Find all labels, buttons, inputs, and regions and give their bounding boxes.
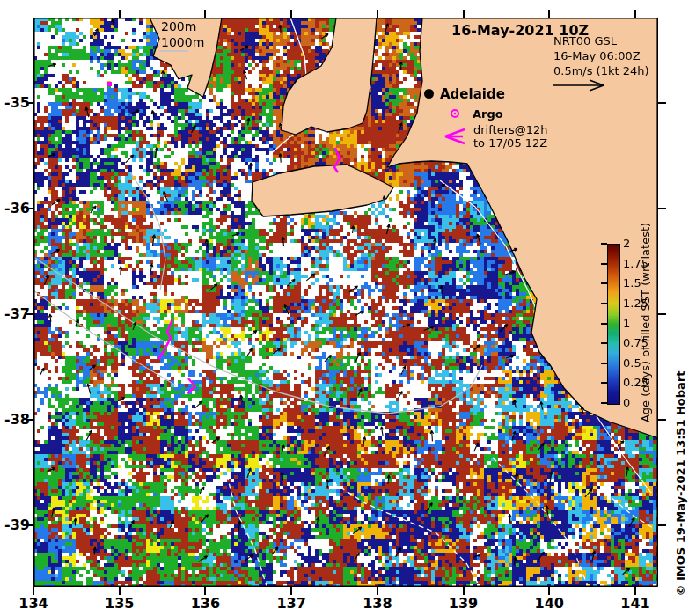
y-tick-label: -35 <box>0 94 30 111</box>
tick-mark <box>658 524 666 526</box>
model-label: NRT00 GSL <box>553 33 649 48</box>
tick-mark <box>658 313 666 315</box>
tick-mark <box>463 587 465 595</box>
colorbar-tick-mark <box>601 382 607 384</box>
tick-mark <box>658 419 666 421</box>
y-tick-label: -39 <box>0 517 30 533</box>
tick-mark <box>204 10 206 18</box>
colorbar-tick-mark <box>601 303 607 304</box>
tick-mark <box>290 10 292 18</box>
colorbar-tick-mark <box>601 243 607 245</box>
argo-marker-icon <box>449 107 463 121</box>
colorbar-tick-mark <box>601 342 607 344</box>
depth-legend: 200m 1000m <box>161 18 204 50</box>
colorbar-tick-mark <box>601 363 607 364</box>
x-tick-label: 134 <box>16 595 51 612</box>
drifters-line1: drifters@12h <box>473 123 548 136</box>
drifter-arrow-icon <box>440 126 470 147</box>
colorbar-tick-mark <box>601 263 607 265</box>
tick-mark <box>548 587 550 595</box>
drifters-legend: drifters@12h to 17/05 12Z <box>473 123 548 150</box>
colorbar-tick-label: 0 <box>623 396 630 409</box>
colorbar-tick-mark <box>601 402 607 404</box>
drifters-line2: to 17/05 12Z <box>473 136 548 150</box>
argo-label: Argo <box>473 107 503 121</box>
x-tick-label: 135 <box>102 595 137 612</box>
adelaide-dot-icon <box>424 89 434 99</box>
forecast-info: NRT00 GSL 16-May 06:00Z 0.5m/s (1kt 24h) <box>553 33 649 78</box>
tick-mark <box>377 587 378 595</box>
depth-1000m-label: 1000m <box>161 34 204 50</box>
tick-mark <box>634 10 636 18</box>
tick-mark <box>634 587 636 595</box>
x-tick-label: 137 <box>274 595 309 612</box>
x-tick-label: 139 <box>446 595 481 612</box>
y-tick-label: -38 <box>0 411 30 428</box>
colorbar-axis-label: Age (days) of filled SST (wrt latest) <box>639 209 652 437</box>
sst-age-map-canvas <box>33 18 658 587</box>
x-tick-label: 136 <box>187 595 223 612</box>
x-tick-label: 140 <box>531 595 567 612</box>
x-tick-label: 141 <box>618 595 653 612</box>
tick-mark <box>204 587 206 595</box>
vector-scale-label: 0.5m/s (1kt 24h) <box>553 63 649 78</box>
colorbar-tick-mark <box>601 282 607 284</box>
depth-1000m-contour-sample <box>159 50 188 52</box>
tick-mark <box>658 208 666 209</box>
tick-mark <box>463 10 465 18</box>
credit-text: © IMOS 19-May-2021 13:51 Hobart <box>674 364 687 604</box>
tick-mark <box>119 10 121 18</box>
valid-time-label: 16-May 06:00Z <box>553 48 649 63</box>
x-tick-label: 138 <box>360 595 395 612</box>
y-tick-label: -36 <box>0 200 30 216</box>
tick-mark <box>119 587 121 595</box>
colorbar-tick-mark <box>601 323 607 325</box>
tick-mark <box>290 587 292 595</box>
tick-mark <box>377 10 378 18</box>
tick-mark <box>548 10 550 18</box>
colorbar-tick-label: 1 <box>623 317 630 330</box>
colorbar <box>607 244 620 405</box>
sst-age-map-figure: 134135136137138139140141-35-36-37-38-39 … <box>0 0 696 616</box>
depth-200m-label: 200m <box>161 18 204 34</box>
tick-mark <box>33 587 34 595</box>
tick-mark <box>658 102 666 104</box>
colorbar-tick-label: 2 <box>623 237 630 250</box>
adelaide-label: Adelaide <box>440 86 505 102</box>
y-tick-label: -37 <box>0 305 30 322</box>
scale-arrow-icon <box>551 77 612 95</box>
